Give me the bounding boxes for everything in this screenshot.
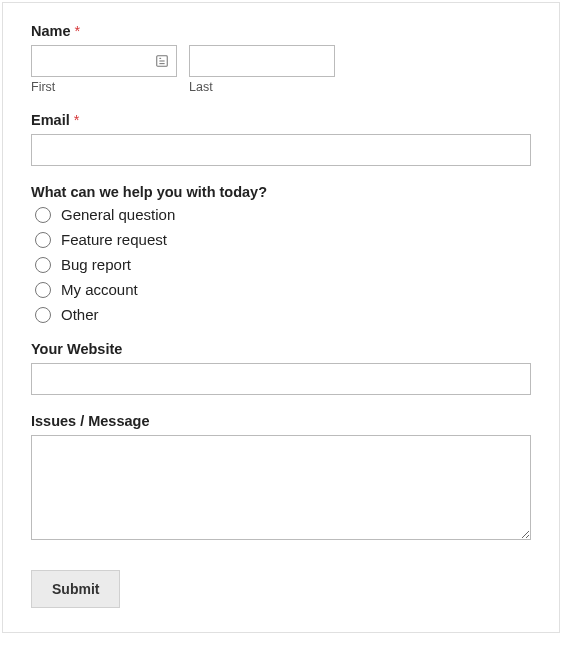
name-field: Name * First Last (31, 23, 531, 94)
last-name-input[interactable] (189, 45, 335, 77)
radio-label[interactable]: Feature request (61, 231, 167, 248)
required-asterisk: * (75, 23, 81, 39)
help-topic-radio-group: General question Feature request Bug rep… (31, 206, 531, 323)
message-field: Issues / Message (31, 413, 531, 544)
radio-item: Feature request (31, 231, 531, 248)
contact-form: Name * First Last (2, 2, 560, 633)
name-label-text: Name (31, 23, 71, 39)
radio-label[interactable]: Bug report (61, 256, 131, 273)
last-name-column: Last (189, 45, 335, 94)
required-asterisk: * (74, 112, 80, 128)
email-label: Email * (31, 112, 531, 128)
radio-label[interactable]: My account (61, 281, 138, 298)
email-label-text: Email (31, 112, 70, 128)
radio-general-question[interactable] (35, 207, 51, 223)
radio-item: General question (31, 206, 531, 223)
message-label: Issues / Message (31, 413, 531, 429)
first-name-wrapper (31, 45, 177, 77)
radio-other[interactable] (35, 307, 51, 323)
radio-my-account[interactable] (35, 282, 51, 298)
name-label: Name * (31, 23, 531, 39)
website-input[interactable] (31, 363, 531, 395)
first-name-input[interactable] (31, 45, 177, 77)
first-sublabel: First (31, 80, 177, 94)
name-row: First Last (31, 45, 531, 94)
website-label: Your Website (31, 341, 531, 357)
submit-button[interactable]: Submit (31, 570, 120, 608)
last-sublabel: Last (189, 80, 335, 94)
radio-label[interactable]: Other (61, 306, 99, 323)
message-textarea[interactable] (31, 435, 531, 540)
website-field: Your Website (31, 341, 531, 395)
email-field: Email * (31, 112, 531, 166)
radio-label[interactable]: General question (61, 206, 175, 223)
radio-item: My account (31, 281, 531, 298)
email-input[interactable] (31, 134, 531, 166)
radio-item: Other (31, 306, 531, 323)
help-topic-label: What can we help you with today? (31, 184, 531, 200)
radio-bug-report[interactable] (35, 257, 51, 273)
help-topic-field: What can we help you with today? General… (31, 184, 531, 323)
first-name-column: First (31, 45, 177, 94)
radio-feature-request[interactable] (35, 232, 51, 248)
radio-item: Bug report (31, 256, 531, 273)
